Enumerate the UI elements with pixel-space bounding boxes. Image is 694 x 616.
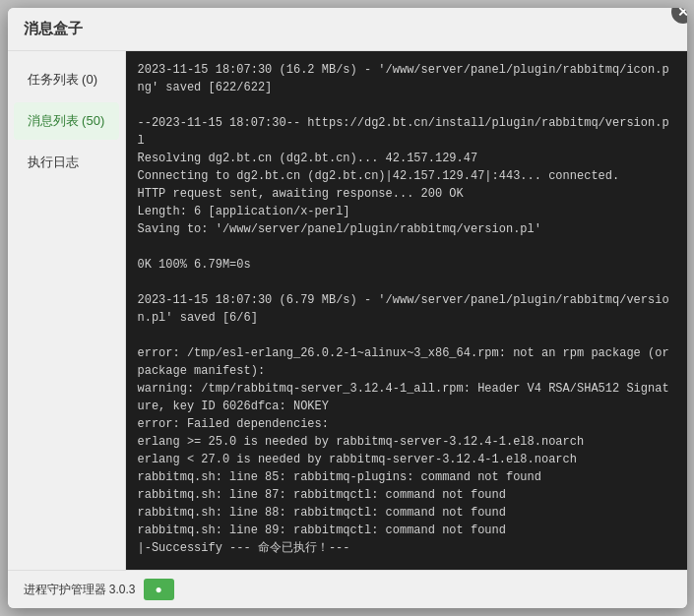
sidebar-item-exec-log[interactable]: 执行日志 [14, 144, 119, 181]
modal-overlay: ✕ 消息盒子 任务列表 (0) 消息列表 (50) 执行日志 2023-11-1… [0, 0, 694, 616]
modal-title: 消息盒子 [8, 8, 687, 51]
terminal-output[interactable]: 2023-11-15 18:07:30 (16.2 MB/s) - '/www/… [126, 51, 687, 570]
footer-status-button[interactable]: ● [144, 579, 174, 600]
modal-body: 任务列表 (0) 消息列表 (50) 执行日志 2023-11-15 18:07… [8, 51, 687, 570]
modal-container: ✕ 消息盒子 任务列表 (0) 消息列表 (50) 执行日志 2023-11-1… [8, 8, 687, 608]
sidebar-item-task-list[interactable]: 任务列表 (0) [14, 61, 119, 98]
content-area: 2023-11-15 18:07:30 (16.2 MB/s) - '/www/… [126, 51, 687, 570]
sidebar-item-message-list[interactable]: 消息列表 (50) [14, 102, 119, 140]
modal-footer: 进程守护管理器 3.0.3 ● [8, 570, 687, 608]
sidebar: 任务列表 (0) 消息列表 (50) 执行日志 [8, 51, 126, 570]
footer-text: 进程守护管理器 3.0.3 [24, 582, 136, 598]
